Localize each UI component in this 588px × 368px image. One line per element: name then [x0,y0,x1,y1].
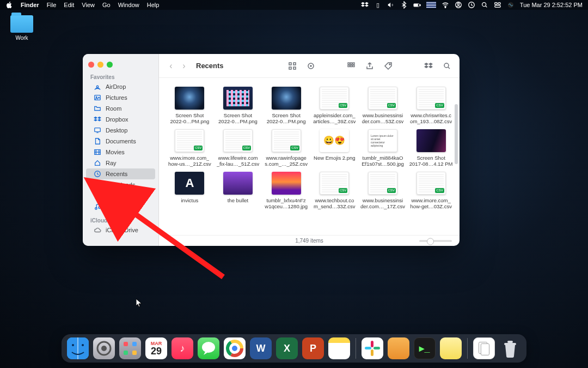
file-item[interactable]: www.lifewire.com_fix-lau…_51Z.csv [215,129,261,167]
flag-icon[interactable] [426,1,436,9]
sidebar-item-room[interactable]: Room [86,103,155,114]
spotlight-icon[interactable] [481,1,488,9]
dock-trash[interactable] [499,337,521,359]
finder-content: ‹ › Recents Screen Shot2022-0…PM.pngScre… [159,54,460,246]
file-item[interactable]: www.businessinsider.com…_17Z.csv [360,172,406,210]
file-item[interactable]: www.imore.com_how-us…_21Z.csv [167,129,213,167]
sidebar-item-documents[interactable]: Documents [86,136,155,147]
wifi-icon[interactable] [442,1,449,9]
status-icon[interactable]: ▯ [374,1,382,9]
file-item[interactable]: Lorem ipsum dolor sit amet consectetur a… [360,129,406,167]
file-thumbnail [320,172,349,195]
menu-go[interactable]: Go [102,2,111,8]
apple-menu-icon[interactable] [5,1,13,9]
file-item[interactable]: www.imore.com_how-get…03Z.csv [408,172,454,210]
menu-window[interactable]: Window [118,2,139,8]
menubar-app-name[interactable]: Finder [21,2,39,8]
file-item[interactable]: Screen Shot2017-08…4.12 PM [408,129,454,167]
dock-chrome[interactable] [224,337,246,359]
volume-icon[interactable] [387,1,395,9]
view-mode-button[interactable] [286,60,298,72]
dock-finder[interactable] [67,337,89,359]
file-item[interactable]: Screen Shot2022-0…PM.png [263,87,309,125]
svg-rect-28 [289,67,291,69]
dock-word[interactable]: W [250,337,272,359]
file-item[interactable]: www.chriswrites.com_193…08Z.csv [408,87,454,125]
dock-powerpoint[interactable]: P [302,337,324,359]
menu-file[interactable]: File [47,2,57,8]
file-item[interactable]: Screen Shot2022-0…PM.png [215,87,261,125]
dropbox-button[interactable] [422,60,434,72]
file-name-line2: om_193…08Z.csv [410,119,452,125]
file-item[interactable]: the bullet [215,172,261,210]
file-item[interactable]: Ainvictus [167,172,213,210]
dock-launchpad[interactable] [119,337,141,359]
control-center-icon[interactable] [494,1,501,9]
file-item[interactable]: Screen Shot2022-0…PM.png [167,87,213,125]
minimize-button[interactable] [97,62,103,68]
folder-label: Work [5,35,38,41]
search-button[interactable] [441,60,453,72]
group-button[interactable] [305,60,317,72]
svg-rect-32 [348,63,350,64]
file-item[interactable]: tumblr_lxfxu4nFzw1qceu…1280.jpg [263,172,309,210]
battery-icon[interactable] [413,1,421,9]
dock-terminal[interactable]: ▸_ [414,337,436,359]
file-item[interactable]: www.rawinfopages.com_…_25Z.csv [263,129,309,167]
dock-stickies[interactable] [440,337,462,359]
nav-forward[interactable]: › [179,61,189,71]
dock-slack[interactable] [362,337,383,359]
svg-rect-4 [426,2,436,3]
menubar-datetime[interactable]: Tue Mar 29 2:52:52 PM [520,2,583,8]
dock-calendar[interactable]: MAR29 [145,337,167,359]
file-item[interactable]: 😀😍New Emojis 2.png [311,129,358,167]
svg-point-31 [310,65,311,67]
menu-view[interactable]: View [82,2,95,8]
file-item[interactable]: www.techbout.com_send…33Z.csv [311,172,358,210]
menu-help[interactable]: Help [147,2,160,8]
dropbox-status-icon[interactable] [361,1,369,9]
bluetooth-icon[interactable] [400,1,408,9]
tag-button[interactable] [382,60,394,72]
nav-back[interactable]: ‹ [166,61,176,71]
sidebar-item-music[interactable]: Music [86,201,155,212]
dock-settings[interactable] [93,337,115,359]
icon-size-slider[interactable] [419,240,452,242]
dock-excel[interactable]: X [276,337,298,359]
sidebar-item-icloud-drive[interactable]: iCloud Drive [86,225,155,236]
desktop-folder-work[interactable]: Work [5,15,38,41]
sidebar-item-ray[interactable]: Ray [86,158,155,168]
timemachine-icon[interactable] [468,1,475,9]
sidebar-item-applications[interactable]: Applications [86,190,155,201]
sidebar-item-downloads[interactable]: Downloads [86,179,155,190]
file-item[interactable]: appleinsider.com_articles…_39Z.csv [311,87,358,125]
file-name-line2: Ef1s07st…500.jpg [362,161,404,167]
user-icon[interactable] [455,1,462,9]
menu-edit[interactable]: Edit [64,2,74,8]
music-icon [94,203,101,210]
zoom-button[interactable] [107,62,113,68]
sidebar-item-label: Pictures [106,94,127,101]
sidebar-item-recents[interactable]: Recents [86,168,155,179]
sidebar-item-airdrop[interactable]: AirDrop [86,81,155,92]
sidebar-item-pictures[interactable]: Pictures [86,92,155,103]
dock-recent-docs[interactable] [473,337,495,359]
sidebar-item-dropbox[interactable]: Dropbox [86,114,155,125]
file-thumbnail [223,87,253,110]
file-name-line1: www.lifewire.com [218,155,258,161]
scrollbar[interactable] [455,104,458,164]
dock-notes[interactable] [328,337,350,359]
siri-icon[interactable] [507,1,514,9]
dock-messages[interactable] [198,337,219,359]
sidebar-item-movies[interactable]: Movies [86,147,155,158]
file-thumbnail [272,129,301,152]
dock-music[interactable]: ♪ [171,337,193,359]
dock-app-orange[interactable] [388,337,409,359]
close-button[interactable] [88,62,94,68]
file-item[interactable]: www.businessinsider.com…53Z.csv [360,87,406,125]
sidebar-item-desktop[interactable]: Desktop [86,125,155,136]
share-button[interactable] [364,60,376,72]
sort-button[interactable] [345,60,357,72]
file-name-line2: 2022-0…PM.png [267,119,306,125]
desktop-icon [94,126,101,134]
